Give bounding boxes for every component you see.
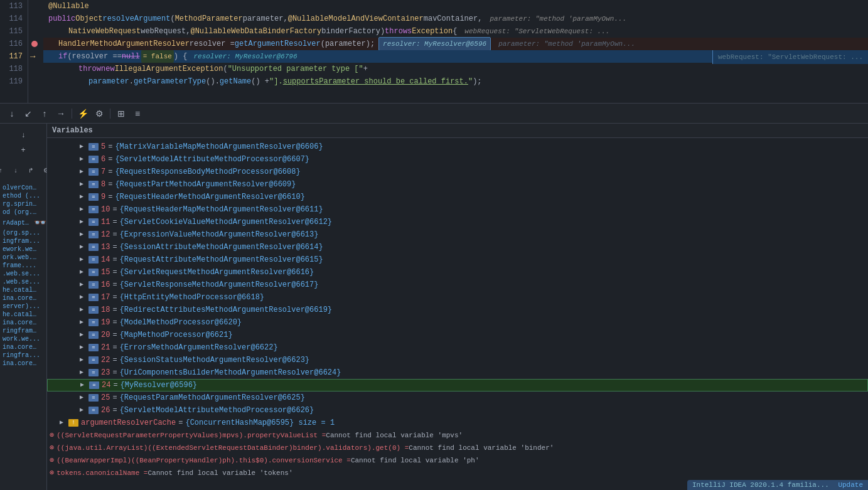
var-item-8[interactable]: ▶ = 8 = {RequestPartMethodArgumentResolv… xyxy=(47,178,868,191)
sidebar-collapse-btn[interactable]: ↓ xyxy=(17,129,29,141)
var-expand-26[interactable]: ▶ xyxy=(80,404,88,417)
error-icon-3: ⊗ xyxy=(50,454,54,467)
sidebar-add-btn[interactable]: + xyxy=(17,144,29,156)
error-item-1[interactable]: ⊗ ((ServletRequestParameterPropertyValue… xyxy=(47,429,868,442)
stack-item-12[interactable]: he.catal... xyxy=(0,286,43,294)
var-item-7[interactable]: ▶ = 7 = {RequestResponseBodyMethodProces… xyxy=(47,166,868,178)
var-expand-5[interactable]: ▶ xyxy=(80,141,88,153)
var-expand-6[interactable]: ▶ xyxy=(80,153,88,166)
var-expand-10[interactable]: ▶ xyxy=(80,203,88,216)
var-expand-16[interactable]: ▶ xyxy=(80,279,88,291)
toolbar-btn-3[interactable]: ↑ xyxy=(38,107,51,120)
stack-item-15[interactable]: he.catal... xyxy=(0,311,43,319)
sidebar-nav-btn-3[interactable]: ↱ xyxy=(24,164,37,176)
stack-item-4[interactable]: rAdapte... xyxy=(0,219,34,227)
var-expand-23[interactable]: ▶ xyxy=(80,366,88,379)
var-expand-15[interactable]: ▶ xyxy=(80,266,88,279)
var-item-24[interactable]: ▶ = 24 = {MyResolver@6596} xyxy=(47,379,868,391)
var-item-6[interactable]: ▶ = 6 = {ServletModelAttributeMethodProc… xyxy=(47,153,868,166)
var-item-25[interactable]: ▶ = 25 = {RequestParamMethodArgumentReso… xyxy=(47,391,868,404)
var-item-9[interactable]: ▶ = 9 = {RequestHeaderMethodArgumentReso… xyxy=(47,191,868,203)
error-item-3[interactable]: ⊗ ((BeanWrapperImpl)((BeanPropertyHandle… xyxy=(47,454,868,467)
breakpoint-116[interactable] xyxy=(31,41,38,47)
stack-item-20[interactable]: ringfra... xyxy=(0,351,43,360)
var-type-icon-17: = xyxy=(88,294,99,301)
line-118: 118 xyxy=(5,63,23,75)
toolbar-btn-1[interactable]: ↓ xyxy=(5,107,19,120)
var-item-15[interactable]: ▶ = 15 = {ServletRequestMethodArgumentRe… xyxy=(47,266,868,279)
stack-item-2[interactable]: rg.spring... xyxy=(0,200,43,208)
stack-item-19[interactable]: ina.core... xyxy=(0,343,43,351)
error-icon-2: ⊗ xyxy=(50,442,54,454)
variables-panel[interactable]: Variables ▶ = 5 = {MatrixVariableMapMeth… xyxy=(47,124,868,490)
var-item-13[interactable]: ▶ = 13 = {SessionAttributeMethodArgument… xyxy=(47,241,868,253)
stack-item-5[interactable]: (org.sp... xyxy=(0,229,43,237)
stack-item-16[interactable]: ina.core... xyxy=(0,319,43,327)
var-expand-20[interactable]: ▶ xyxy=(80,329,88,341)
var-item-23[interactable]: ▶ = 23 = {UriComponentsBuilderMethodArgu… xyxy=(47,366,868,379)
var-expand-11[interactable]: ▶ xyxy=(80,216,88,228)
var-expand-18[interactable]: ▶ xyxy=(80,304,88,316)
stack-item-10[interactable]: .web.se... xyxy=(0,270,43,278)
var-item-18[interactable]: ▶ = 18 = {RedirectAttributesMethodArgume… xyxy=(47,304,868,316)
code-line-115: NativeWebRequest webRequest, @Nullable W… xyxy=(43,25,868,38)
stack-item-8[interactable]: ork.web.... xyxy=(0,253,43,262)
var-item-5[interactable]: ▶ = 5 = {MatrixVariableMapMethodArgument… xyxy=(47,141,868,153)
stack-item-13[interactable]: ina.core... xyxy=(0,294,43,302)
stack-item-21[interactable]: ina.core... xyxy=(0,360,43,368)
stack-item-18[interactable]: work.we... xyxy=(0,335,43,343)
toolbar-btn-8[interactable]: ≡ xyxy=(131,107,144,120)
var-item-10[interactable]: ▶ = 10 = {RequestHeaderMapMethodArgument… xyxy=(47,203,868,216)
stack-item-11[interactable]: .web.se... xyxy=(0,278,43,286)
var-expand-13[interactable]: ▶ xyxy=(80,241,88,253)
var-expand-22[interactable]: ▶ xyxy=(80,354,88,366)
stack-item-0[interactable]: olverCon... xyxy=(0,184,43,192)
var-item-14[interactable]: ▶ = 14 = {RequestAttributeMethodArgument… xyxy=(47,253,868,266)
var-expand-17[interactable]: ▶ xyxy=(80,291,88,304)
inline-debug-right-117: webRequest: "ServletWebRequest: ... xyxy=(712,50,868,64)
var-item-11[interactable]: ▶ = 11 = {ServletCookieValueMethodArgume… xyxy=(47,216,868,228)
error-item-2[interactable]: ⊗ ((java.util.ArrayList)((ExtendedServle… xyxy=(47,442,868,454)
update-link[interactable]: Update xyxy=(838,481,863,489)
stack-item-7[interactable]: ework.we... xyxy=(0,245,43,253)
var-item-19[interactable]: ▶ = 19 = {ModelMethodProcessor@6620} xyxy=(47,316,868,329)
stack-item-9[interactable]: frame.... xyxy=(0,262,43,270)
var-item-16[interactable]: ▶ = 16 = {ServletResponseMethodArgumentR… xyxy=(47,279,868,291)
var-expand-24[interactable]: ▶ xyxy=(80,379,89,391)
var-item-12[interactable]: ▶ = 12 = {ExpressionValueMethodArgumentR… xyxy=(47,228,868,241)
stack-glasses-icon[interactable]: 👓 xyxy=(34,216,46,229)
var-type-icon-16: = xyxy=(88,281,99,289)
var-expand-7[interactable]: ▶ xyxy=(80,166,88,178)
error-item-4[interactable]: ⊗ tokens.canonicalName = Cannot find loc… xyxy=(47,467,868,479)
stack-item-6[interactable]: ingfram... xyxy=(0,237,43,245)
toolbar-btn-4[interactable]: → xyxy=(54,107,68,120)
toolbar-btn-5[interactable]: ⚡ xyxy=(76,107,90,120)
var-item-22[interactable]: ▶ = 22 = {SessionStatusMethodArgumentRes… xyxy=(47,354,868,366)
var-expand-12[interactable]: ▶ xyxy=(80,228,88,241)
bottom-info-bar: IntelliJ IDEA 2020.1.4 familia... Update xyxy=(687,480,868,490)
stack-item-17[interactable]: ringfram... xyxy=(0,327,43,335)
var-expand-9[interactable]: ▶ xyxy=(80,191,88,203)
var-item-26[interactable]: ▶ = 26 = {ServletModelAttributeMethodPro… xyxy=(47,404,868,417)
stack-item-1[interactable]: ethod (... xyxy=(0,192,43,200)
error-icon-4: ⊗ xyxy=(50,467,54,479)
var-item-argumentResolverCache[interactable]: ▶ ! argumentResolverCache = {ConcurrentH… xyxy=(47,417,868,429)
var-expand-cache[interactable]: ▶ xyxy=(60,417,68,429)
line-115: 115 xyxy=(5,25,23,38)
stack-item-14[interactable]: server)... xyxy=(0,302,43,311)
stack-item-3[interactable]: od (org.... xyxy=(0,208,43,216)
sidebar-nav-btn-2[interactable]: ↓ xyxy=(9,164,22,176)
var-expand-14[interactable]: ▶ xyxy=(80,253,88,266)
var-item-17[interactable]: ▶ = 17 = {HttpEntityMethodProcessor@6618… xyxy=(47,291,868,304)
sidebar-nav-btn-1[interactable]: ↑ xyxy=(0,164,7,176)
var-expand-8[interactable]: ▶ xyxy=(80,178,88,191)
toolbar-btn-6[interactable]: ⚙ xyxy=(92,107,106,120)
var-expand-19[interactable]: ▶ xyxy=(80,316,88,329)
toolbar-btn-2[interactable]: ↙ xyxy=(21,107,35,120)
var-item-21[interactable]: ▶ = 21 = {ErrorsMethodArgumentResolver@6… xyxy=(47,341,868,354)
var-item-20[interactable]: ▶ = 20 = {MapMethodProcessor@6621} xyxy=(47,329,868,341)
toolbar-btn-7[interactable]: ⊞ xyxy=(114,107,128,120)
var-expand-21[interactable]: ▶ xyxy=(80,341,88,354)
sidebar-nav-btn-4[interactable]: ⚙ xyxy=(40,164,47,176)
var-expand-25[interactable]: ▶ xyxy=(80,391,88,404)
